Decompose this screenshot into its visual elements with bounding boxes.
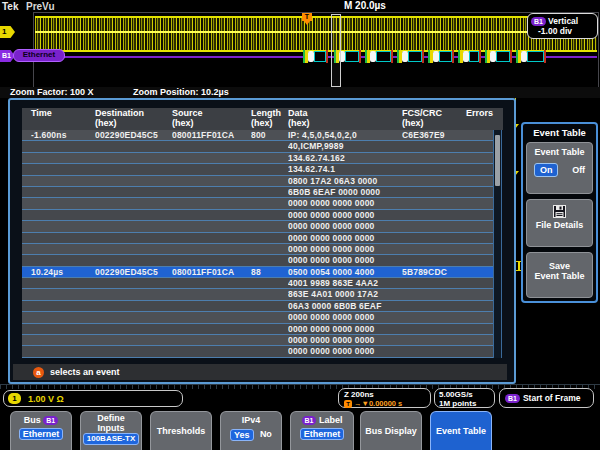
table-cell [31, 198, 95, 209]
event-table-row[interactable]: 0000 0000 0000 0000 [22, 312, 493, 323]
ipv4-label: IPv4 [221, 412, 281, 425]
event-table-row[interactable]: 134.62.74.1 [22, 164, 493, 175]
event-table-toggle-button[interactable]: Event Table On Off [526, 142, 593, 194]
table-cell [95, 176, 172, 187]
footer-hint-text: selects an event [50, 367, 120, 377]
table-cell [402, 233, 466, 244]
define-line2: Inputs [81, 423, 141, 433]
column-header-fcscrc: FCS/CRC(hex) [402, 108, 466, 130]
column-header-source: Source(hex) [172, 108, 251, 130]
event-table-row[interactable]: 0000 0000 0000 0000 [22, 221, 493, 232]
event-table-row[interactable]: 0000 0000 0000 0000 [22, 210, 493, 221]
table-cell: 10.24µs [31, 267, 95, 278]
table-cell: 0000 0000 0000 0000 [288, 324, 402, 335]
bus-label-button[interactable]: B1 Label Ethernet [290, 411, 354, 450]
event-table-row[interactable]: 0000 0000 0000 0000 [22, 198, 493, 209]
bus-menu-button[interactable]: Bus B1 Ethernet [10, 411, 72, 450]
event-table-row[interactable]: 134.62.74.162 [22, 153, 493, 164]
save-event-table-button[interactable]: Save Event Table [526, 252, 593, 298]
table-cell [31, 210, 95, 221]
zoom-position-readout: Zoom Position: 10.2µs [133, 87, 229, 97]
table-cell [172, 289, 251, 300]
event-table-scrollbar[interactable] [493, 130, 502, 358]
table-cell [31, 153, 95, 164]
table-cell [172, 187, 251, 198]
trigger-source-readout: B1 Start of Frame [499, 388, 594, 408]
table-cell [172, 301, 251, 312]
table-cell [251, 221, 288, 232]
toggle-on-option[interactable]: On [534, 163, 559, 177]
event-table-row[interactable]: 4001 9989 863E 4AA2 [22, 278, 493, 289]
floppy-disk-icon [553, 205, 566, 218]
table-cell [402, 301, 466, 312]
event-table-window: Time Destination(hex)Source(hex)Length(h… [8, 98, 516, 384]
table-cell [95, 301, 172, 312]
table-cell [251, 255, 288, 266]
event-table-row[interactable]: 0000 0000 0000 0000 [22, 233, 493, 244]
event-table-row[interactable]: 0000 0000 0000 0000 [22, 346, 493, 357]
event-table-footer: a selects an event [13, 364, 507, 380]
file-details-button[interactable]: File Details [526, 199, 593, 247]
table-cell [466, 255, 493, 266]
table-cell [95, 141, 172, 152]
side-menu-title: Event Table [523, 124, 596, 142]
event-table-menu-button[interactable]: Event Table [430, 411, 492, 450]
event-table-row[interactable]: 06A3 0000 6B0B 6EAF [22, 301, 493, 312]
table-cell [402, 153, 466, 164]
define-inputs-button[interactable]: Define Inputs 100BASE-TX [80, 411, 142, 450]
event-table-row[interactable]: 863E 4A01 0000 17A2 [22, 289, 493, 300]
table-cell [402, 164, 466, 175]
table-cell [95, 346, 172, 357]
trigger-type-value: Start of Frame [523, 393, 581, 403]
table-cell: 0000 0000 0000 0000 [288, 198, 402, 209]
event-table-body: -1.600ns002290ED45C5080011FF01CA800IP: 4… [22, 130, 493, 358]
table-cell [251, 153, 288, 164]
event-table-row[interactable]: 0000 0000 0000 0000 [22, 244, 493, 255]
table-cell [466, 312, 493, 323]
table-cell [172, 164, 251, 175]
event-table-row[interactable]: 10.24µs002290ED45C5080011FF01CA880500 00… [22, 267, 493, 278]
zoom-window-bracket[interactable] [331, 14, 341, 87]
event-table-row[interactable]: 0000 0000 0000 0000 [22, 255, 493, 266]
event-table-row[interactable]: 6B0B 6EAF 0000 0000 [22, 187, 493, 198]
table-cell: 6B0B 6EAF 0000 0000 [288, 187, 402, 198]
channel1-readout: 1 1.00 V Ω [3, 390, 183, 407]
table-cell [31, 244, 95, 255]
ipv4-yes-option[interactable]: Yes [230, 429, 254, 441]
event-table-row[interactable]: 40,ICMP,9989 [22, 141, 493, 152]
table-cell [466, 324, 493, 335]
table-cell: 0000 0000 0000 0000 [288, 244, 402, 255]
column-header-errors: Errors [466, 108, 503, 130]
table-cell [466, 221, 493, 232]
table-cell [172, 141, 251, 152]
ipv4-button[interactable]: IPv4 Yes No [220, 411, 282, 450]
event-table-row[interactable]: 0800 17A2 06A3 0000 [22, 176, 493, 187]
table-cell [402, 335, 466, 346]
bus-vertical-readout: B1 Vertical -1.00 div [527, 13, 598, 39]
acquisition-readout: 5.00GS/s 1M points [434, 388, 495, 408]
event-table-row[interactable]: 0000 0000 0000 0000 [22, 335, 493, 346]
event-table-row[interactable]: -1.600ns002290ED45C5080011FF01CA800IP: 4… [22, 130, 493, 141]
toggle-off-option[interactable]: Off [572, 165, 585, 175]
bus-packet [516, 50, 546, 63]
b1-badge: B1 [302, 416, 317, 425]
ipv4-no-option[interactable]: No [260, 429, 272, 441]
table-cell [95, 221, 172, 232]
thresholds-button[interactable]: Thresholds [150, 411, 212, 450]
table-cell: IP: 4,5,0,54,0,2,0 [288, 130, 402, 141]
file-details-label: File Details [527, 220, 592, 230]
channel1-marker[interactable]: 1 [0, 26, 15, 38]
bus-display-button[interactable]: Bus Display [360, 411, 422, 450]
table-cell [251, 141, 288, 152]
table-cell [95, 278, 172, 289]
event-table-row[interactable]: 0000 0000 0000 0000 [22, 324, 493, 335]
multipurpose-knob-a-icon: a [33, 367, 44, 378]
table-cell [31, 289, 95, 300]
table-cell [172, 312, 251, 323]
table-cell [402, 312, 466, 323]
bus-label: Bus [24, 415, 41, 425]
bus-packet [397, 50, 424, 63]
table-cell [172, 244, 251, 255]
scrollbar-thumb[interactable] [495, 135, 500, 186]
table-cell: 080011FF01CA [172, 130, 251, 141]
